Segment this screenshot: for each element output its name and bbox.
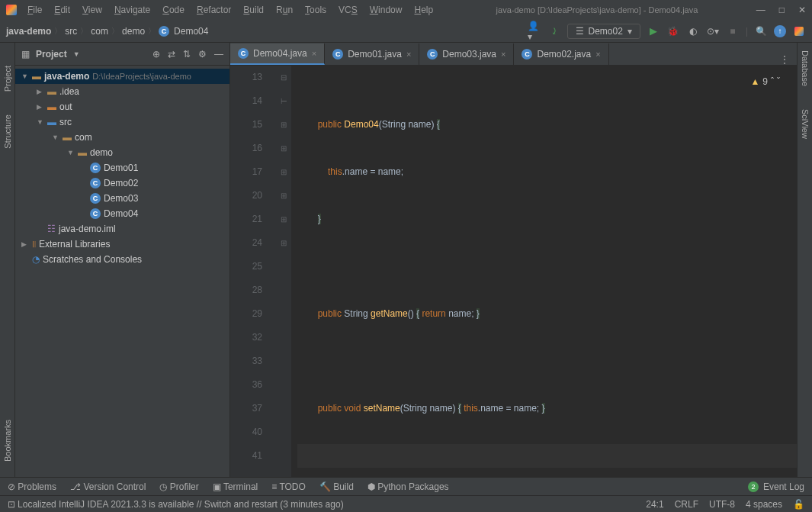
navbar: java-demo 〉 src 〉 com 〉 demo 〉 C Demo04 … — [0, 20, 812, 43]
tab-label: Demo01.java — [348, 49, 402, 60]
locate-icon[interactable]: ⊕ — [152, 49, 160, 60]
coverage-icon[interactable]: ◐ — [686, 24, 700, 38]
code-content[interactable]: ▲ 9 ˆ ˇ public Demo04(String name) { thi… — [291, 66, 797, 477]
line-gutter: 131415 161720 212425 282932 333637 4041 — [230, 66, 276, 477]
status-window-icon[interactable]: ⊡ — [8, 499, 15, 510]
status-encoding[interactable]: UTF-8 — [709, 499, 735, 510]
pane-title[interactable]: Project — [36, 49, 67, 60]
tree-out[interactable]: ▶▬ out — [15, 99, 229, 114]
collapse-icon[interactable]: ⇅ — [183, 49, 191, 60]
menu-code[interactable]: Code — [158, 3, 189, 17]
tree-demo01[interactable]: C Demo01 — [15, 160, 229, 175]
run-icon[interactable]: ▶ — [647, 24, 660, 38]
menu-navigate[interactable]: Navigate — [110, 3, 155, 17]
class-icon: C — [90, 193, 101, 204]
close-icon[interactable]: ✕ — [798, 5, 806, 15]
search-icon[interactable]: 🔍 — [754, 24, 768, 38]
hide-icon[interactable]: ― — [214, 49, 223, 60]
class-icon: C — [90, 163, 101, 173]
menu-build[interactable]: Build — [239, 3, 268, 17]
run-config-label: Demo02 — [589, 26, 623, 37]
tool-problems[interactable]: ⊘ Problems — [8, 481, 56, 492]
tab-demo04[interactable]: C Demo04.java × — [230, 43, 325, 65]
tree-scratches[interactable]: ◔ Scratches and Consoles — [15, 252, 229, 267]
tree-demo02[interactable]: C Demo02 — [15, 175, 229, 191]
profile-icon[interactable]: ⊙▾ — [706, 24, 720, 38]
class-icon: C — [522, 49, 532, 60]
editor-area: C Demo04.java × C Demo01.java × C Demo03… — [230, 43, 797, 477]
debug-icon[interactable]: 🐞 — [666, 24, 680, 38]
tab-label: Demo02.java — [537, 49, 591, 60]
status-caret-pos[interactable]: 24:1 — [646, 499, 663, 510]
menu-refactor[interactable]: Refactor — [192, 3, 236, 17]
tree-idea[interactable]: ▶▬ .idea — [15, 84, 229, 99]
crumb-demo[interactable]: demo — [122, 26, 145, 37]
tool-python[interactable]: ⬢ Python Packages — [367, 481, 449, 492]
dropdown-icon[interactable]: ▼ — [73, 50, 80, 58]
crumb-project[interactable]: java-demo — [6, 26, 51, 37]
tab-demo03[interactable]: C Demo03.java × — [419, 43, 514, 65]
tree-root[interactable]: ▼▬ java-demo D:\IdeaProjects\java-demo — [15, 69, 229, 84]
menu-window[interactable]: Window — [365, 3, 407, 17]
menu-edit[interactable]: Edit — [50, 3, 75, 17]
tab-options-icon[interactable]: ⋮ — [772, 54, 797, 65]
chevron-right-icon: 〉 — [111, 26, 119, 37]
tree-src[interactable]: ▼▬ src — [15, 114, 229, 130]
expand-icon[interactable]: ⇄ — [168, 49, 175, 60]
tree-ext-lib[interactable]: ▶⫴ External Libraries — [15, 237, 229, 252]
tree-demo04[interactable]: C Demo04 — [15, 206, 229, 221]
tool-project[interactable]: Project — [3, 66, 12, 92]
tree-demo03[interactable]: C Demo03 — [15, 191, 229, 206]
tool-event-log[interactable]: Event Log — [763, 481, 804, 492]
close-tab-icon[interactable]: × — [501, 50, 505, 59]
tab-demo01[interactable]: C Demo01.java × — [325, 43, 419, 65]
sync-icon[interactable]: ↑ — [774, 25, 786, 37]
tool-database[interactable]: Database — [801, 50, 810, 86]
close-tab-icon[interactable]: × — [406, 50, 411, 59]
tool-structure[interactable]: Structure — [3, 114, 12, 149]
menu-run[interactable]: Run — [271, 3, 297, 17]
ide-settings-icon[interactable] — [792, 24, 806, 38]
tool-profiler[interactable]: ◷ Profiler — [159, 481, 198, 492]
editor-tab-bar: C Demo04.java × C Demo01.java × C Demo03… — [230, 43, 797, 66]
tool-version-control[interactable]: ⎇ Version Control — [70, 481, 146, 492]
tool-build[interactable]: 🔨 Build — [319, 481, 354, 492]
close-tab-icon[interactable]: × — [312, 49, 316, 58]
tool-bookmarks[interactable]: Bookmarks — [3, 420, 12, 462]
menu-tools[interactable]: Tools — [300, 3, 331, 17]
minimize-icon[interactable]: ― — [756, 5, 765, 15]
menu-vcs[interactable]: VCS — [334, 3, 362, 17]
close-tab-icon[interactable]: × — [595, 50, 600, 59]
tool-terminal[interactable]: ▣ Terminal — [213, 481, 258, 492]
tree-iml[interactable]: ☷ java-demo.iml — [15, 221, 229, 237]
inspection-badge[interactable]: ▲ 9 ˆ ˇ — [750, 70, 780, 94]
window-controls: ― □ ✕ — [756, 5, 806, 15]
menu-help[interactable]: Help — [409, 3, 438, 17]
class-icon: C — [159, 26, 169, 37]
maximize-icon[interactable]: □ — [779, 5, 785, 15]
status-indent[interactable]: 4 spaces — [746, 499, 782, 510]
stop-icon[interactable]: ■ — [726, 24, 740, 38]
readonly-lock-icon[interactable]: 🔓 — [793, 499, 804, 510]
chevron-up-icon[interactable]: ˆ — [771, 70, 774, 94]
user-icon[interactable]: 👤▾ — [528, 24, 541, 38]
crumb-class[interactable]: Demo04 — [174, 26, 208, 37]
crumb-src[interactable]: src — [65, 26, 77, 37]
code-editor[interactable]: 131415 161720 212425 282932 333637 4041 … — [230, 66, 797, 477]
chevron-right-icon: 〉 — [80, 26, 88, 37]
status-line-sep[interactable]: CRLF — [675, 499, 698, 510]
tab-demo02[interactable]: C Demo02.java × — [514, 43, 608, 65]
status-message[interactable]: Localized IntelliJ IDEA 2021.3.3 is avai… — [18, 499, 344, 510]
tree-com[interactable]: ▼▬ com — [15, 130, 229, 145]
tool-todo[interactable]: ≡ TODO — [271, 481, 306, 492]
run-config-selector[interactable]: ☰ Demo02 ▾ — [567, 24, 640, 39]
settings-icon[interactable]: ⚙ — [198, 49, 207, 60]
tool-sciview[interactable]: SciView — [801, 109, 810, 139]
crumb-com[interactable]: com — [91, 26, 108, 37]
build-icon[interactable]: ⤸ — [547, 24, 561, 38]
tab-label: Demo03.java — [442, 49, 496, 60]
tree-demo[interactable]: ▼▬ demo — [15, 145, 229, 160]
menu-file[interactable]: File — [23, 3, 47, 17]
menu-view[interactable]: View — [78, 3, 107, 17]
chevron-down-icon[interactable]: ˇ — [777, 70, 780, 94]
